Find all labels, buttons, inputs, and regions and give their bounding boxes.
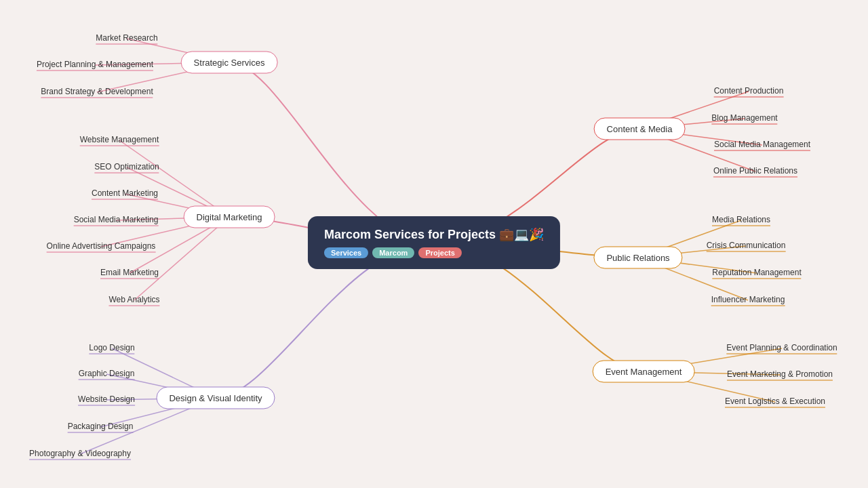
- leaf-label: Brand Strategy & Development: [41, 87, 153, 98]
- leaf-label: Crisis Communication: [707, 241, 786, 252]
- center-node[interactable]: Marcom Services for Projects 💼💻🎉 Service…: [308, 216, 560, 269]
- leaf-label: Event Logistics & Execution: [725, 396, 825, 408]
- branch-pr[interactable]: Public Relations: [593, 247, 682, 269]
- leaf-label: Social Media Management: [714, 140, 810, 151]
- branch-event[interactable]: Event Management: [593, 361, 695, 383]
- leaf-label: Website Management: [80, 135, 159, 146]
- leaf-label: Online Advertising Campaigns: [47, 241, 156, 253]
- leaf-label: Influencer Marketing: [711, 295, 785, 306]
- leaf-label: Web Analytics: [108, 295, 159, 306]
- center-tags: Services Marcom Projects: [324, 247, 544, 258]
- leaf-label: Content Production: [714, 86, 784, 98]
- leaf-label: Graphic Design: [79, 369, 135, 380]
- branch-digital[interactable]: Digital Marketing: [184, 206, 275, 228]
- branch-box-digital[interactable]: Digital Marketing: [184, 206, 275, 228]
- leaf-label: Blog Management: [711, 113, 777, 125]
- center-title: Marcom Services for Projects 💼💻🎉: [324, 227, 544, 242]
- branch-design[interactable]: Design & Visual Identity: [156, 387, 275, 409]
- leaf-label: Email Marketing: [100, 268, 159, 279]
- branch-box-strategic[interactable]: Strategic Services: [181, 52, 278, 74]
- tag-projects[interactable]: Projects: [418, 247, 461, 258]
- leaf-label: SEO Optimization: [94, 162, 159, 174]
- leaf-label: Media Relations: [712, 215, 770, 226]
- leaf-label: Project Planning & Management: [37, 60, 153, 71]
- branch-box-event[interactable]: Event Management: [593, 361, 695, 383]
- center-box: Marcom Services for Projects 💼💻🎉 Service…: [308, 216, 560, 269]
- tag-marcom[interactable]: Marcom: [372, 247, 414, 258]
- branch-content[interactable]: Content & Media: [594, 118, 686, 140]
- leaf-label: Online Public Relations: [713, 166, 797, 178]
- leaf-label: Logo Design: [89, 343, 134, 354]
- leaf-label: Website Design: [78, 394, 135, 406]
- tag-services[interactable]: Services: [324, 247, 368, 258]
- leaf-label: Event Planning & Coordination: [726, 343, 837, 354]
- branch-box-pr[interactable]: Public Relations: [593, 247, 682, 269]
- leaf-label: Content Marketing: [92, 188, 158, 200]
- svg-line-9: [134, 217, 229, 300]
- leaf-label: Event Marketing & Promotion: [727, 369, 833, 381]
- leaf-label: Photography & Videography: [29, 449, 131, 460]
- leaf-label: Packaging Design: [68, 422, 134, 433]
- leaf-label: Social Media Marketing: [74, 215, 159, 226]
- branch-box-design[interactable]: Design & Visual Identity: [156, 387, 275, 409]
- branch-box-content[interactable]: Content & Media: [594, 118, 686, 140]
- leaf-label: Reputation Management: [712, 268, 801, 279]
- leaf-label: Market Research: [96, 33, 157, 45]
- branch-strategic[interactable]: Strategic Services: [181, 52, 278, 74]
